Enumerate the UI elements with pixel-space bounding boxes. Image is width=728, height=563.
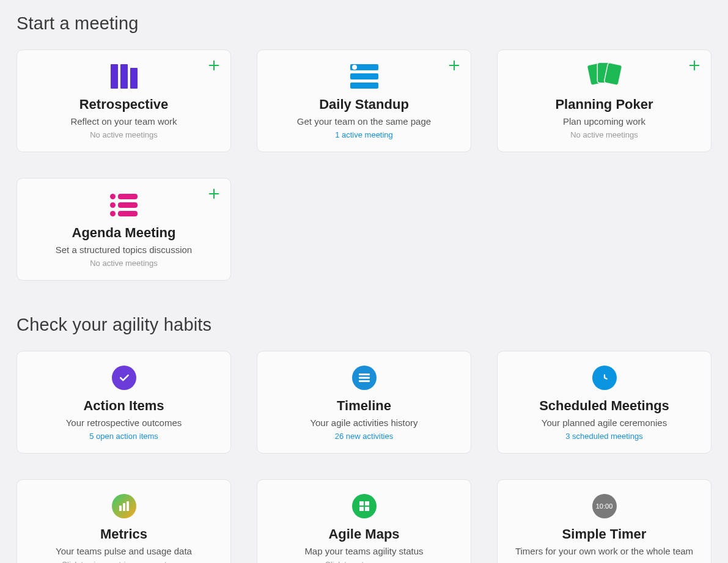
add-poker-button[interactable] (688, 59, 701, 72)
standup-icon (350, 64, 378, 89)
card-title: Timeline (337, 398, 391, 414)
card-title: Metrics (100, 526, 147, 542)
timer-icon: 10:00 (592, 493, 617, 519)
svg-rect-5 (127, 501, 129, 511)
svg-rect-9 (365, 507, 369, 511)
timeline-icon (352, 365, 377, 391)
card-title: Daily Standup (319, 97, 409, 112)
card-title: Agile Maps (328, 526, 399, 542)
habits-grid: Action Items Your retrospective outcomes… (17, 351, 711, 563)
card-meta: No active meetings (570, 130, 638, 139)
retrospective-icon (111, 64, 138, 89)
card-agile-maps[interactable]: Agile Maps Map your teams agility status… (257, 479, 471, 563)
card-meta-link[interactable]: 5 open action items (89, 432, 158, 441)
card-subtitle: Your retrospective outcomes (66, 418, 182, 428)
card-subtitle: Your teams pulse and usage data (56, 546, 192, 556)
add-agenda-button[interactable] (207, 187, 221, 201)
add-retrospective-button[interactable] (207, 59, 221, 72)
svg-rect-1 (359, 377, 370, 379)
timer-label: 10:00 (592, 494, 617, 518)
card-subtitle: Get your team on the same page (297, 116, 431, 127)
planning-poker-icon (589, 64, 620, 89)
add-standup-button[interactable] (447, 59, 461, 72)
clock-icon (592, 365, 617, 391)
agile-maps-icon (352, 493, 377, 519)
card-meta: No active meetings (90, 259, 158, 268)
section-title-start: Start a meeting (17, 13, 711, 34)
card-metrics[interactable]: Metrics Your teams pulse and usage data … (17, 479, 231, 563)
card-timeline[interactable]: Timeline Your agile activities history 2… (257, 351, 471, 454)
card-subtitle: Set a structured topics discussion (56, 245, 192, 255)
card-title: Simple Timer (562, 526, 647, 542)
action-items-icon (112, 365, 136, 391)
card-subtitle: Map your teams agility status (304, 546, 423, 556)
card-daily-standup[interactable]: Daily Standup Get your team on the same … (257, 50, 471, 152)
section-title-habits: Check your agility habits (17, 315, 711, 335)
card-subtitle: Timers for your own work or the whole te… (515, 546, 693, 556)
card-meta: Click to set your maps (325, 560, 403, 563)
svg-rect-2 (359, 380, 370, 382)
card-title: Agenda Meeting (72, 225, 176, 241)
svg-rect-4 (123, 503, 125, 511)
svg-rect-8 (359, 507, 364, 511)
card-agenda-meeting[interactable]: Agenda Meeting Set a structured topics d… (17, 178, 231, 281)
card-title: Action Items (83, 398, 164, 414)
svg-rect-6 (359, 501, 364, 506)
card-meta: Click to view metrics on your teams (62, 560, 186, 563)
card-retrospective[interactable]: Retrospective Reflect on your team work … (17, 50, 231, 152)
card-meta-link[interactable]: 1 active meeting (335, 130, 393, 139)
card-planning-poker[interactable]: Planning Poker Plan upcoming work No act… (497, 50, 711, 152)
agenda-icon (110, 192, 138, 218)
start-meeting-grid: Retrospective Reflect on your team work … (17, 50, 711, 281)
card-subtitle: Your agile activities history (310, 418, 417, 428)
card-meta: No active meetings (90, 130, 158, 139)
svg-rect-3 (119, 506, 122, 511)
card-subtitle: Reflect on your team work (70, 116, 177, 127)
card-title: Retrospective (79, 97, 169, 112)
svg-rect-7 (365, 501, 369, 506)
card-title: Planning Poker (555, 97, 653, 112)
metrics-icon (112, 493, 136, 519)
card-title: Scheduled Meetings (539, 398, 669, 414)
card-action-items[interactable]: Action Items Your retrospective outcomes… (17, 351, 231, 454)
svg-rect-0 (359, 373, 370, 375)
card-subtitle: Plan upcoming work (563, 116, 645, 127)
card-simple-timer[interactable]: 10:00 Simple Timer Timers for your own w… (497, 479, 711, 563)
card-meta-link[interactable]: 26 new activities (335, 432, 393, 441)
card-subtitle: Your planned agile ceremonies (542, 418, 667, 428)
card-meta-link[interactable]: 3 scheduled meetings (565, 432, 642, 441)
card-scheduled-meetings[interactable]: Scheduled Meetings Your planned agile ce… (497, 351, 711, 454)
